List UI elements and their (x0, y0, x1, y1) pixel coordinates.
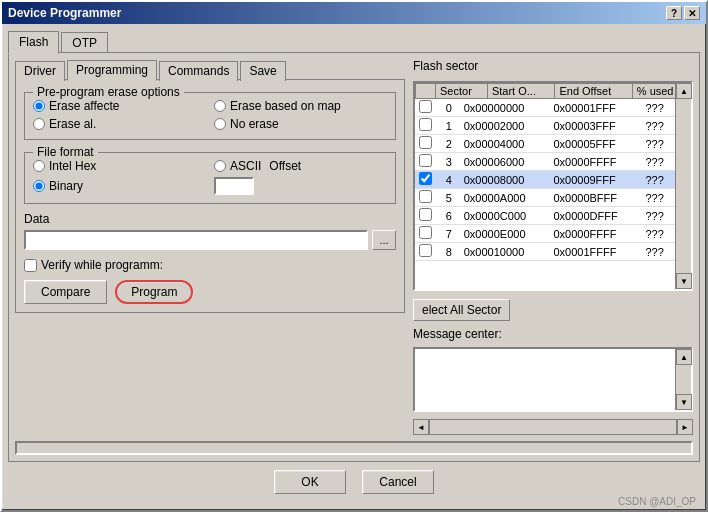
sector-row-4[interactable]: 4 0x00008000 0x00009FFF ??? (415, 171, 675, 189)
intel-hex-radio[interactable] (33, 160, 45, 172)
sector-row-8[interactable]: 8 0x00010000 0x0001FFFF ??? (415, 243, 675, 261)
compare-button[interactable]: Compare (24, 280, 107, 304)
tab-commands[interactable]: Commands (159, 61, 238, 81)
main-content: Driver Programming Commands Save (8, 52, 700, 462)
data-file-input[interactable]: V-BF54x-C:\ok\BF54x_LED\Debug\BF54x_LED.… (24, 230, 368, 250)
sector-checkbox-3[interactable] (419, 154, 432, 167)
erase-affecte-radio[interactable] (33, 100, 45, 112)
erase-options: Erase affecte Erase based on map Erase a… (33, 99, 387, 131)
select-all-sector-button[interactable]: elect All Sector (413, 299, 510, 321)
inner-tab-bar: Driver Programming Commands Save (15, 59, 405, 80)
progress-area (15, 441, 693, 455)
bottom-buttons: OK Cancel (8, 470, 700, 494)
erase-map-option[interactable]: Erase based on map (214, 99, 387, 113)
no-erase-option[interactable]: No erase (214, 117, 387, 131)
erase-all-radio[interactable] (33, 118, 45, 130)
horizontal-scroll-area: ◄ ► (413, 419, 693, 435)
action-buttons: Compare Program (24, 280, 396, 304)
scroll-up-button[interactable]: ▲ (676, 83, 692, 99)
sector-table-body: 0 0x00000000 0x00001FFF ??? 1 0x00002000… (415, 99, 675, 261)
message-center-box: ▲ ▼ (413, 347, 693, 412)
sector-checkbox-8[interactable] (419, 244, 432, 257)
sector-row-7[interactable]: 7 0x0000E000 0x0000FFFF ??? (415, 225, 675, 243)
tab-driver[interactable]: Driver (15, 61, 65, 81)
sector-checkbox-5[interactable] (419, 190, 432, 203)
browse-button[interactable]: ... (372, 230, 396, 250)
sector-checkbox-6[interactable] (419, 208, 432, 221)
ascii-option[interactable]: ASCII (214, 159, 261, 173)
no-erase-radio[interactable] (214, 118, 226, 130)
verify-label: Verify while programm: (41, 258, 163, 272)
tab-otp[interactable]: OTP (61, 32, 108, 54)
progress-bar (15, 441, 693, 455)
title-bar: Device Programmer ? ✕ (2, 2, 706, 24)
title-controls: ? ✕ (666, 6, 700, 20)
erase-affecte-option[interactable]: Erase affecte (33, 99, 206, 113)
help-button[interactable]: ? (666, 6, 682, 20)
offset-input[interactable]: 0x0 (214, 177, 254, 195)
flash-sector-title: Flash sector (413, 59, 693, 73)
tab-flash[interactable]: Flash (8, 31, 59, 54)
erase-all-option[interactable]: Erase al. (33, 117, 206, 131)
sector-row-2[interactable]: 2 0x00004000 0x00005FFF ??? (415, 135, 675, 153)
h-scroll-track[interactable] (429, 419, 677, 435)
message-scrollbar[interactable]: ▲ ▼ (675, 349, 691, 410)
tab-save[interactable]: Save (240, 61, 285, 81)
sector-table-container: Sector Start O... End Offset % used (413, 81, 693, 291)
ascii-radio[interactable] (214, 160, 226, 172)
binary-option[interactable]: Binary (33, 179, 206, 193)
sector-table-header: Sector Start O... End Offset % used (415, 83, 691, 99)
sector-row-1[interactable]: 1 0x00002000 0x00003FFF ??? (415, 117, 675, 135)
outer-tab-bar: Flash OTP (8, 30, 700, 53)
pre-program-group: Pre-program erase options Erase affecte … (24, 92, 396, 140)
sector-checkbox-7[interactable] (419, 226, 432, 239)
right-panel: Flash sector Sector Start O... End Offse… (413, 59, 693, 435)
scroll-down-button[interactable]: ▼ (676, 273, 692, 289)
vertical-scrollbar[interactable]: ▲ ▼ (675, 83, 691, 289)
data-section: Data V-BF54x-C:\ok\BF54x_LED\Debug\BF54x… (24, 212, 396, 250)
sector-checkbox-1[interactable] (419, 118, 432, 131)
pre-program-legend: Pre-program erase options (33, 85, 184, 99)
offset-label: Offset (269, 159, 301, 173)
watermark: CSDN @ADI_OP (8, 496, 700, 507)
inner-layout: Driver Programming Commands Save (15, 59, 693, 435)
sector-checkbox-4[interactable] (419, 172, 432, 185)
main-window: Device Programmer ? ✕ Flash OTP (0, 0, 708, 512)
h-scroll-right[interactable]: ► (677, 419, 693, 435)
sector-row-6[interactable]: 6 0x0000C000 0x0000DFFF ??? (415, 207, 675, 225)
programming-panel: Pre-program erase options Erase affecte … (15, 79, 405, 313)
intel-hex-option[interactable]: Intel Hex (33, 159, 206, 173)
msg-scroll-up[interactable]: ▲ (676, 349, 692, 365)
ok-button[interactable]: OK (274, 470, 346, 494)
sector-checkbox-0[interactable] (419, 100, 432, 113)
data-input-row: V-BF54x-C:\ok\BF54x_LED\Debug\BF54x_LED.… (24, 230, 396, 250)
sector-row-0[interactable]: 0 0x00000000 0x00001FFF ??? (415, 99, 675, 117)
verify-row: Verify while programm: (24, 258, 396, 272)
sector-checkbox-2[interactable] (419, 136, 432, 149)
file-format-group: File format Intel Hex (24, 152, 396, 204)
data-label: Data (24, 212, 396, 226)
program-button[interactable]: Program (115, 280, 193, 304)
verify-checkbox[interactable] (24, 259, 37, 272)
file-format-legend: File format (33, 145, 98, 159)
window-body: Flash OTP Driver Progr (2, 24, 706, 512)
msg-scroll-down[interactable]: ▼ (676, 394, 692, 410)
sector-row-5[interactable]: 5 0x0000A000 0x0000BFFF ??? (415, 189, 675, 207)
sector-scroll-area[interactable]: 0 0x00000000 0x00001FFF ??? 1 0x00002000… (415, 99, 691, 289)
left-panel: Driver Programming Commands Save (15, 59, 405, 435)
close-button[interactable]: ✕ (684, 6, 700, 20)
cancel-button[interactable]: Cancel (362, 470, 434, 494)
binary-radio[interactable] (33, 180, 45, 192)
tab-programming[interactable]: Programming (67, 60, 157, 81)
h-scroll-left[interactable]: ◄ (413, 419, 429, 435)
inner-tab-area: Driver Programming Commands Save (15, 59, 405, 313)
erase-map-radio[interactable] (214, 100, 226, 112)
window-title: Device Programmer (8, 6, 121, 20)
sector-row-3[interactable]: 3 0x00006000 0x0000FFFF ??? (415, 153, 675, 171)
message-center-label: Message center: (413, 327, 693, 341)
